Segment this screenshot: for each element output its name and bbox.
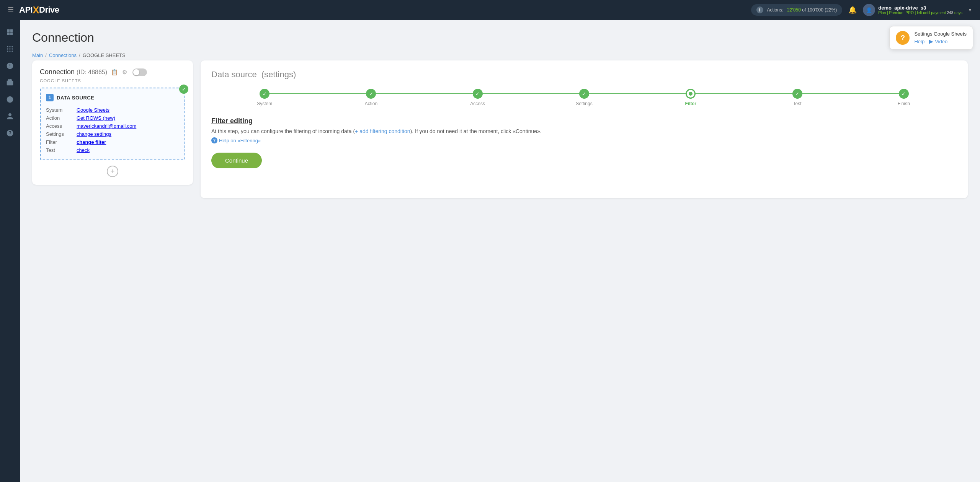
settings-icon[interactable]: ⚙ <box>122 69 127 76</box>
step-circle: ✓ <box>473 89 483 99</box>
datasource-row: SystemGoogle Sheets <box>46 106 179 114</box>
step-label: Access <box>470 101 485 106</box>
sidebar-item-dashboard[interactable] <box>2 24 18 40</box>
step-circle: ✓ <box>260 89 270 99</box>
datasource-row-value: Google Sheets <box>77 106 179 114</box>
left-card: Connection (ID: 48865) 📋 ⚙ GOOGLE SHEETS… <box>32 60 193 185</box>
cards-row: Connection (ID: 48865) 📋 ⚙ GOOGLE SHEETS… <box>32 60 968 198</box>
svg-rect-3 <box>10 33 13 35</box>
toggle-switch[interactable] <box>132 68 147 76</box>
actions-pill: i Actions: 22'050 of 100'000 (22%) <box>751 4 843 16</box>
step-label: Settings <box>576 101 592 106</box>
stepper: ✓System✓Action✓Access✓SettingsFilter✓Tes… <box>211 89 957 106</box>
datasource-row: Filterchange filter <box>46 138 179 146</box>
step-action[interactable]: ✓Action <box>318 89 424 106</box>
toggle-knob <box>133 69 139 75</box>
add-btn-row: + <box>40 166 185 177</box>
datasource-row: Settingschange settings <box>46 130 179 138</box>
main-layout: Connection Main / Connections / GOOGLE S… <box>0 20 980 482</box>
step-finish[interactable]: ✓Finish <box>851 89 957 106</box>
step-label: Finish <box>898 101 910 106</box>
breadcrumb-sep2: / <box>79 52 80 58</box>
datasource-number: 1 <box>46 94 54 101</box>
sidebar-item-help[interactable] <box>2 125 18 141</box>
datasource-row-label: Filter <box>46 138 77 146</box>
svg-point-6 <box>11 46 13 47</box>
datasource-row-label: Settings <box>46 130 77 138</box>
page-content: Connection Main / Connections / GOOGLE S… <box>20 20 980 482</box>
google-sheets-label: GOOGLE SHEETS <box>40 78 185 83</box>
help-links: Settings Google Sheets Help ▶ Video <box>914 31 967 44</box>
datasource-row: Testcheck <box>46 146 179 154</box>
logo-api: API <box>19 5 33 15</box>
svg-point-11 <box>9 50 10 52</box>
datasource-row-value: check <box>77 146 179 154</box>
sidebar-item-video[interactable] <box>2 92 18 107</box>
help-link[interactable]: Help <box>914 39 924 44</box>
page-title: Connection <box>32 31 968 45</box>
actions-label: Actions: <box>767 7 784 13</box>
connection-id: (ID: 48865) <box>77 69 107 75</box>
datasource-table: SystemGoogle SheetsActionGet ROWS (new)A… <box>46 106 179 154</box>
svg-point-9 <box>11 48 13 49</box>
copy-icon[interactable]: 📋 <box>111 69 118 76</box>
sidebar-item-connections[interactable] <box>2 41 18 57</box>
video-link[interactable]: ▶ Video <box>929 38 947 44</box>
add-datasource-button[interactable]: + <box>107 166 118 177</box>
datasource-row-label: System <box>46 106 77 114</box>
actions-count: 22'050 of 100'000 (22%) <box>787 7 837 13</box>
logo-drive: Drive <box>39 5 59 15</box>
step-system[interactable]: ✓System <box>211 89 318 106</box>
help-filtering-link[interactable]: ? Help on «Filtering» <box>211 137 957 143</box>
sidebar-item-projects[interactable] <box>2 75 18 90</box>
top-navigation: ☰ APIXDrive i Actions: 22'050 of 100'000… <box>0 0 980 20</box>
user-name: demo_apix-drive_s3 <box>878 5 962 11</box>
svg-point-7 <box>7 48 8 49</box>
breadcrumb-main[interactable]: Main <box>32 52 43 58</box>
help-q-icon: ? <box>211 137 217 143</box>
datasource-row-value: Get ROWS (new) <box>77 114 179 122</box>
sidebar-item-billing[interactable] <box>2 58 18 73</box>
help-tooltip: ? Settings Google Sheets Help ▶ Video <box>889 26 973 50</box>
user-plan: Plan | Premium PRO | left until payment … <box>878 11 962 15</box>
svg-rect-0 <box>7 29 10 32</box>
filter-section: Filter editing At this step, you can con… <box>211 117 957 168</box>
svg-point-12 <box>11 50 13 52</box>
connection-header: Connection (ID: 48865) 📋 ⚙ <box>40 68 185 76</box>
filter-desc: At this step, you can configure the filt… <box>211 128 957 134</box>
sidebar-item-profile[interactable] <box>2 109 18 124</box>
add-filter-condition-link[interactable]: + add filtering condition <box>355 128 410 134</box>
step-label: Filter <box>685 101 696 106</box>
user-info: demo_apix-drive_s3 Plan | Premium PRO | … <box>878 5 962 15</box>
step-settings[interactable]: ✓Settings <box>531 89 637 106</box>
step-circle: ✓ <box>792 89 802 99</box>
datasource-box: ✓ 1 DATA SOURCE SystemGoogle SheetsActio… <box>40 88 185 160</box>
datasource-row-value: change filter <box>77 138 179 146</box>
user-section[interactable]: 👤 demo_apix-drive_s3 Plan | Premium PRO … <box>863 4 972 16</box>
avatar: 👤 <box>863 4 875 16</box>
bell-icon[interactable]: 🔔 <box>848 6 857 14</box>
datasource-row-label: Test <box>46 146 77 154</box>
breadcrumb: Main / Connections / GOOGLE SHEETS <box>32 52 968 58</box>
step-circle: ✓ <box>899 89 909 99</box>
step-filter[interactable]: Filter <box>637 89 744 106</box>
datasource-main-title: Data source (settings) <box>211 70 957 80</box>
svg-point-4 <box>7 46 8 47</box>
filter-title: Filter editing <box>211 117 957 125</box>
step-access[interactable]: ✓Access <box>425 89 531 106</box>
step-circle: ✓ <box>579 89 589 99</box>
step-circle-active <box>686 89 696 99</box>
chevron-down-icon: ▼ <box>968 7 972 13</box>
step-label: System <box>257 101 272 106</box>
hamburger-menu[interactable]: ☰ <box>8 6 14 14</box>
right-card: Data source (settings) ✓System✓Action✓Ac… <box>201 60 968 198</box>
sidebar <box>0 20 20 482</box>
help-circle-icon: ? <box>896 31 910 45</box>
svg-point-8 <box>9 48 10 49</box>
step-test[interactable]: ✓Test <box>744 89 850 106</box>
svg-point-5 <box>9 46 10 47</box>
step-label: Action <box>365 101 377 106</box>
help-tooltip-title: Settings Google Sheets <box>914 31 967 37</box>
breadcrumb-connections[interactable]: Connections <box>49 52 77 58</box>
continue-button[interactable]: Continue <box>211 153 262 168</box>
